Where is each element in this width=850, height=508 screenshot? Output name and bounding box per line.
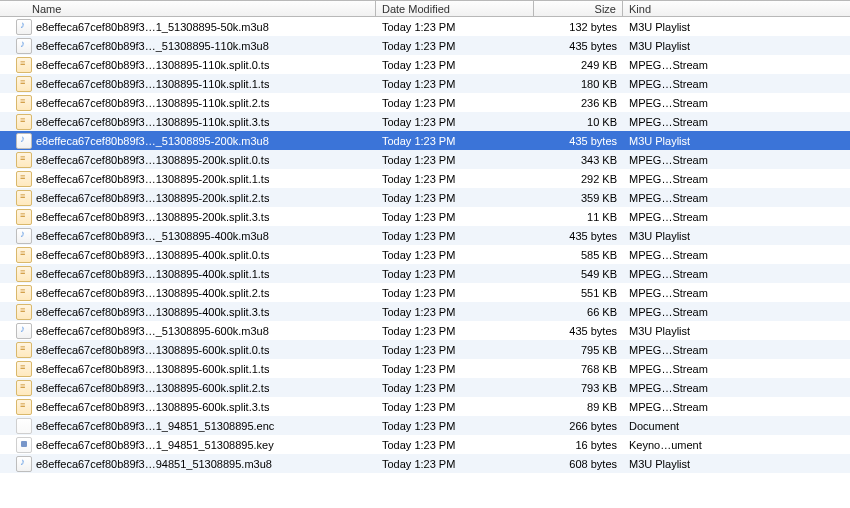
file-row[interactable]: e8effeca67cef80b89f3…1308895-110k.split.… <box>0 55 850 74</box>
m3u8-file-icon <box>16 19 32 35</box>
cell-kind: MPEG…Stream <box>623 207 850 226</box>
file-name-label: e8effeca67cef80b89f3…1_94851_51308895.en… <box>36 420 274 432</box>
cell-kind: MPEG…Stream <box>623 188 850 207</box>
ts-file-icon <box>16 247 32 263</box>
file-row[interactable]: e8effeca67cef80b89f3…1_94851_51308895.en… <box>0 416 850 435</box>
cell-size: 236 KB <box>534 93 623 112</box>
file-date-label: Today 1:23 PM <box>382 268 455 280</box>
ts-file-icon <box>16 57 32 73</box>
file-row[interactable]: e8effeca67cef80b89f3…_51308895-200k.m3u8… <box>0 131 850 150</box>
file-row[interactable]: e8effeca67cef80b89f3…1308895-110k.split.… <box>0 93 850 112</box>
file-date-label: Today 1:23 PM <box>382 78 455 90</box>
file-row[interactable]: e8effeca67cef80b89f3…_51308895-400k.m3u8… <box>0 226 850 245</box>
file-row[interactable]: e8effeca67cef80b89f3…1308895-600k.split.… <box>0 397 850 416</box>
cell-kind: MPEG…Stream <box>623 74 850 93</box>
file-name-label: e8effeca67cef80b89f3…_51308895-400k.m3u8 <box>36 230 269 242</box>
file-size-label: 435 bytes <box>569 325 617 337</box>
file-row[interactable]: e8effeca67cef80b89f3…1308895-200k.split.… <box>0 169 850 188</box>
column-header-kind[interactable]: Kind <box>623 1 850 16</box>
cell-date: Today 1:23 PM <box>376 454 534 473</box>
file-kind-label: M3U Playlist <box>629 230 690 242</box>
file-row[interactable]: e8effeca67cef80b89f3…1308895-600k.split.… <box>0 340 850 359</box>
cell-date: Today 1:23 PM <box>376 264 534 283</box>
file-kind-label: M3U Playlist <box>629 135 690 147</box>
file-row[interactable]: e8effeca67cef80b89f3…1308895-400k.split.… <box>0 245 850 264</box>
file-size-label: 549 KB <box>581 268 617 280</box>
column-header-size[interactable]: Size <box>534 1 623 16</box>
cell-name: e8effeca67cef80b89f3…_51308895-110k.m3u8 <box>0 36 376 55</box>
cell-size: 66 KB <box>534 302 623 321</box>
cell-kind: MPEG…Stream <box>623 112 850 131</box>
file-size-label: 435 bytes <box>569 230 617 242</box>
file-row[interactable]: e8effeca67cef80b89f3…1308895-110k.split.… <box>0 74 850 93</box>
ts-file-icon <box>16 114 32 130</box>
file-size-label: 435 bytes <box>569 40 617 52</box>
cell-size: 292 KB <box>534 169 623 188</box>
file-row[interactable]: e8effeca67cef80b89f3…1_51308895-50k.m3u8… <box>0 17 850 36</box>
cell-date: Today 1:23 PM <box>376 188 534 207</box>
file-size-label: 16 bytes <box>575 439 617 451</box>
column-header-date[interactable]: Date Modified <box>376 1 534 16</box>
file-kind-label: MPEG…Stream <box>629 154 708 166</box>
file-size-label: 11 KB <box>587 211 617 223</box>
cell-size: 435 bytes <box>534 321 623 340</box>
file-name-label: e8effeca67cef80b89f3…1308895-400k.split.… <box>36 249 269 261</box>
cell-kind: Document <box>623 416 850 435</box>
file-name-label: e8effeca67cef80b89f3…1308895-400k.split.… <box>36 268 269 280</box>
file-size-label: 180 KB <box>581 78 617 90</box>
cell-size: 549 KB <box>534 264 623 283</box>
file-name-label: e8effeca67cef80b89f3…_51308895-200k.m3u8 <box>36 135 269 147</box>
cell-name: e8effeca67cef80b89f3…1308895-400k.split.… <box>0 245 376 264</box>
file-name-label: e8effeca67cef80b89f3…1308895-600k.split.… <box>36 363 269 375</box>
cell-date: Today 1:23 PM <box>376 302 534 321</box>
file-row[interactable]: e8effeca67cef80b89f3…1308895-200k.split.… <box>0 188 850 207</box>
file-size-label: 359 KB <box>581 192 617 204</box>
cell-kind: MPEG…Stream <box>623 340 850 359</box>
ts-file-icon <box>16 171 32 187</box>
file-name-label: e8effeca67cef80b89f3…1308895-110k.split.… <box>36 78 269 90</box>
file-name-label: e8effeca67cef80b89f3…1308895-200k.split.… <box>36 192 269 204</box>
file-row[interactable]: e8effeca67cef80b89f3…1308895-400k.split.… <box>0 264 850 283</box>
file-row[interactable]: e8effeca67cef80b89f3…1308895-200k.split.… <box>0 207 850 226</box>
cell-name: e8effeca67cef80b89f3…1308895-600k.split.… <box>0 397 376 416</box>
file-row[interactable]: e8effeca67cef80b89f3…1308895-600k.split.… <box>0 359 850 378</box>
file-row[interactable]: e8effeca67cef80b89f3…94851_51308895.m3u8… <box>0 454 850 473</box>
file-row[interactable]: e8effeca67cef80b89f3…1308895-400k.split.… <box>0 302 850 321</box>
cell-date: Today 1:23 PM <box>376 321 534 340</box>
file-date-label: Today 1:23 PM <box>382 325 455 337</box>
cell-date: Today 1:23 PM <box>376 55 534 74</box>
cell-name: e8effeca67cef80b89f3…_51308895-200k.m3u8 <box>0 131 376 150</box>
file-size-label: 343 KB <box>581 154 617 166</box>
file-row[interactable]: e8effeca67cef80b89f3…1_94851_51308895.ke… <box>0 435 850 454</box>
file-kind-label: MPEG…Stream <box>629 173 708 185</box>
cell-name: e8effeca67cef80b89f3…1308895-110k.split.… <box>0 55 376 74</box>
cell-size: 793 KB <box>534 378 623 397</box>
cell-kind: MPEG…Stream <box>623 378 850 397</box>
cell-name: e8effeca67cef80b89f3…1308895-200k.split.… <box>0 169 376 188</box>
cell-name: e8effeca67cef80b89f3…94851_51308895.m3u8 <box>0 454 376 473</box>
file-date-label: Today 1:23 PM <box>382 401 455 413</box>
file-date-label: Today 1:23 PM <box>382 116 455 128</box>
file-row[interactable]: e8effeca67cef80b89f3…_51308895-600k.m3u8… <box>0 321 850 340</box>
file-name-label: e8effeca67cef80b89f3…_51308895-600k.m3u8 <box>36 325 269 337</box>
file-date-label: Today 1:23 PM <box>382 382 455 394</box>
file-row[interactable]: e8effeca67cef80b89f3…1308895-200k.split.… <box>0 150 850 169</box>
file-row[interactable]: e8effeca67cef80b89f3…1308895-110k.split.… <box>0 112 850 131</box>
key-file-icon <box>16 437 32 453</box>
file-kind-label: MPEG…Stream <box>629 401 708 413</box>
m3u8-file-icon <box>16 38 32 54</box>
cell-size: 435 bytes <box>534 36 623 55</box>
file-kind-label: MPEG…Stream <box>629 59 708 71</box>
file-kind-label: MPEG…Stream <box>629 268 708 280</box>
file-kind-label: M3U Playlist <box>629 40 690 52</box>
file-kind-label: Keyno…ument <box>629 439 702 451</box>
column-header-name[interactable]: Name <box>0 1 376 16</box>
file-kind-label: M3U Playlist <box>629 21 690 33</box>
cell-kind: M3U Playlist <box>623 36 850 55</box>
file-name-label: e8effeca67cef80b89f3…1308895-600k.split.… <box>36 401 269 413</box>
file-row[interactable]: e8effeca67cef80b89f3…_51308895-110k.m3u8… <box>0 36 850 55</box>
file-row[interactable]: e8effeca67cef80b89f3…1308895-600k.split.… <box>0 378 850 397</box>
cell-date: Today 1:23 PM <box>376 150 534 169</box>
file-date-label: Today 1:23 PM <box>382 249 455 261</box>
file-row[interactable]: e8effeca67cef80b89f3…1308895-400k.split.… <box>0 283 850 302</box>
